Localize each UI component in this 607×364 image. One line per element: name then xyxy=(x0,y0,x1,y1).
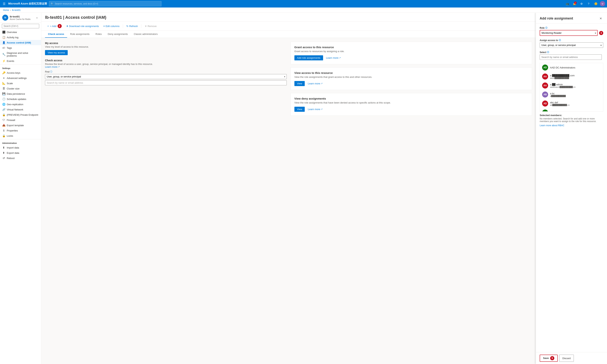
user-email-abc: ab██████████.cn xyxy=(550,104,601,106)
breadcrumb-resource[interactable]: lb-test01 xyxy=(12,9,21,12)
content-area: My access View my level of access to thi… xyxy=(41,38,536,119)
sidebar-item-properties[interactable]: ℹ Properties xyxy=(0,128,41,133)
user-avatar-adfs: AD xyxy=(542,109,548,112)
view-access-actions: View Learn more ↗ xyxy=(294,81,528,86)
view-access-learn-more[interactable]: Learn more ↗ xyxy=(308,82,322,85)
download-button[interactable]: ⬇ Download role assignments xyxy=(64,24,101,28)
schedule-updates-icon: 🕐 xyxy=(2,98,5,101)
sidebar-item-data-persistence[interactable]: 💾 Data persistence xyxy=(0,91,41,96)
check-access-search[interactable] xyxy=(45,80,287,85)
notifications-icon[interactable]: 🔔 1 xyxy=(571,1,577,7)
emoji-icon[interactable]: 😊 xyxy=(593,1,599,7)
view-access-button[interactable]: View xyxy=(294,81,305,86)
sidebar-item-label: Diagnose and solve problems xyxy=(7,52,39,57)
my-access-title: My access xyxy=(45,42,287,45)
sidebar-item-diagnose[interactable]: 🔧 Diagnose and solve problems xyxy=(0,51,41,58)
user-item-aad-dc[interactable]: AD AAD DC Administrators xyxy=(540,63,603,72)
sidebar-item-tags[interactable]: 🏷 Tags xyxy=(0,45,41,51)
sidebar-item-activity-log[interactable]: 📋 Activity log xyxy=(0,35,41,40)
sidebar-item-cluster-size[interactable]: 🗄 Cluster size xyxy=(0,86,41,91)
hamburger-icon[interactable]: ☰ xyxy=(2,1,6,7)
view-deny-learn-more[interactable]: Learn more ↗ xyxy=(308,108,322,111)
learn-more-label-3: Learn more xyxy=(308,108,320,111)
external-link-icon-1: ↗ xyxy=(339,57,341,59)
sidebar-item-label: Tags xyxy=(7,47,12,49)
role-label-text: Role xyxy=(540,27,544,29)
tab-role-assignments[interactable]: Role assignments xyxy=(67,31,92,38)
assign-access-select[interactable]: User, group, or service principal xyxy=(540,42,603,48)
user-item-adfs[interactable]: AD ADFS MSA xyxy=(540,108,603,112)
panel-search-input[interactable] xyxy=(540,54,602,60)
add-button[interactable]: ＋ + Add 2 xyxy=(45,23,64,29)
add-icon: ＋ xyxy=(47,24,49,28)
sidebar-item-access-keys[interactable]: 🔑 Access keys xyxy=(0,70,41,75)
sidebar-item-reboot[interactable]: ↺ Reboot xyxy=(0,156,41,161)
refresh-button[interactable]: ↻ Refresh xyxy=(125,24,140,28)
sidebar-item-virtual-network[interactable]: 🔗 Virtual Network xyxy=(0,107,41,112)
sidebar-item-export-data[interactable]: ⬆ Export data xyxy=(0,150,41,156)
user-info-abc: abc def ab██████████.cn xyxy=(550,101,601,106)
sidebar-item-advanced-settings[interactable]: ≡ Advanced settings xyxy=(0,75,41,81)
user-item-aa[interactable]: AA a ██████████.com aadc██████████ xyxy=(540,72,603,81)
user-avatar-aad-dc: AD xyxy=(542,65,548,70)
sidebar-collapse-button[interactable]: « xyxy=(35,16,39,20)
user-name-abc: abc def xyxy=(550,101,601,104)
sidebar-item-firewall[interactable]: 🛡 Firewall xyxy=(0,117,41,123)
sidebar-item-overview[interactable]: ⬛ Overview xyxy=(0,29,41,35)
tab-classic-admins[interactable]: Classic administrators xyxy=(131,31,161,38)
sidebar-item-events[interactable]: ⚡ Events xyxy=(0,58,41,64)
refresh-label: Refresh xyxy=(129,25,138,27)
help-icon[interactable]: ? xyxy=(586,1,592,7)
step2-badge: 2 xyxy=(58,24,62,28)
sidebar-item-geo-replication[interactable]: 🌐 Geo-replication xyxy=(0,102,41,107)
add-role-assignments-button[interactable]: Add role assignments xyxy=(294,55,323,60)
view-deny-button[interactable]: View xyxy=(294,107,305,112)
reboot-icon: ↺ xyxy=(2,156,5,160)
edit-columns-label: Edit columns xyxy=(105,25,119,27)
sidebar-item-export-template[interactable]: 📤 Export template xyxy=(0,123,41,128)
tab-deny-assignments[interactable]: Deny assignments xyxy=(105,31,131,38)
grant-access-title: Grant access to this resource xyxy=(294,46,528,49)
my-access-desc: View my level of access to this resource… xyxy=(45,45,287,48)
avatar[interactable]: U xyxy=(600,1,605,6)
remove-button[interactable]: ✕ Remove xyxy=(143,24,158,28)
sidebar-search-input[interactable] xyxy=(2,24,39,28)
check-access-learn-more[interactable]: Learn more ↗ xyxy=(45,65,287,68)
activity-log-icon: 📋 xyxy=(2,36,5,39)
tags-icon: 🏷 xyxy=(2,46,5,49)
save-button[interactable]: Save 5 xyxy=(540,355,558,362)
settings-icon[interactable]: ⚙ xyxy=(579,1,584,7)
sidebar-item-schedule-updates[interactable]: 🕐 Schedule updates xyxy=(0,96,41,102)
global-search[interactable]: 🔍 xyxy=(49,1,161,6)
sidebar-header: lb lb-test01 Azure Cache for Redis « xyxy=(0,13,41,23)
feedback-icon[interactable]: 📺 xyxy=(564,1,570,7)
panel-close-button[interactable]: ✕ xyxy=(598,16,603,21)
edit-columns-button[interactable]: ≡ Edit columns xyxy=(102,24,121,28)
grant-access-learn-more[interactable]: Learn more ↗ xyxy=(326,56,341,59)
sidebar-item-private-endpoint[interactable]: 🔒 (PREVIEW) Private Endpoint xyxy=(0,112,41,117)
view-my-access-button[interactable]: View my access xyxy=(45,50,68,55)
sidebar-item-scale[interactable]: 📐 Scale xyxy=(0,81,41,86)
user-item-abc[interactable]: AD abc def ab██████████.cn xyxy=(540,99,603,108)
sidebar-item-label: Access keys xyxy=(7,71,20,74)
tab-check-access[interactable]: Check access xyxy=(45,31,67,38)
firewall-icon: 🛡 xyxy=(2,118,5,121)
page-title-row: lb-test01 | Access control (IAM) xyxy=(45,15,532,20)
discard-button[interactable]: Discard xyxy=(559,355,574,362)
remove-label: Remove xyxy=(148,25,156,27)
tab-roles[interactable]: Roles xyxy=(92,31,105,38)
user-item-ab[interactable]: AB a bc a██████████ xyxy=(540,90,603,99)
breadcrumb-home[interactable]: Home xyxy=(3,9,9,12)
locks-icon: 🔒 xyxy=(2,134,5,137)
edit-columns-icon: ≡ xyxy=(103,25,105,27)
user-info-aa: a ██████████.com aadc██████████ xyxy=(550,74,601,79)
sidebar-item-iam[interactable]: 👤 Access control (IAM) xyxy=(0,40,41,45)
sidebar-item-locks[interactable]: 🔒 Locks xyxy=(0,133,41,138)
search-input[interactable] xyxy=(55,2,160,5)
sidebar-item-import-data[interactable]: ⬇ Import data xyxy=(0,145,41,150)
find-select[interactable]: User, group, or service principal xyxy=(45,74,287,79)
user-item-aa2[interactable]: AA a ██ admin aaddsaum█████████.cn xyxy=(540,81,603,90)
select-label-text: Select xyxy=(540,51,546,54)
role-select[interactable]: Monitoring Reader xyxy=(540,30,598,36)
rbac-link[interactable]: Learn more about RBAC xyxy=(540,124,603,127)
